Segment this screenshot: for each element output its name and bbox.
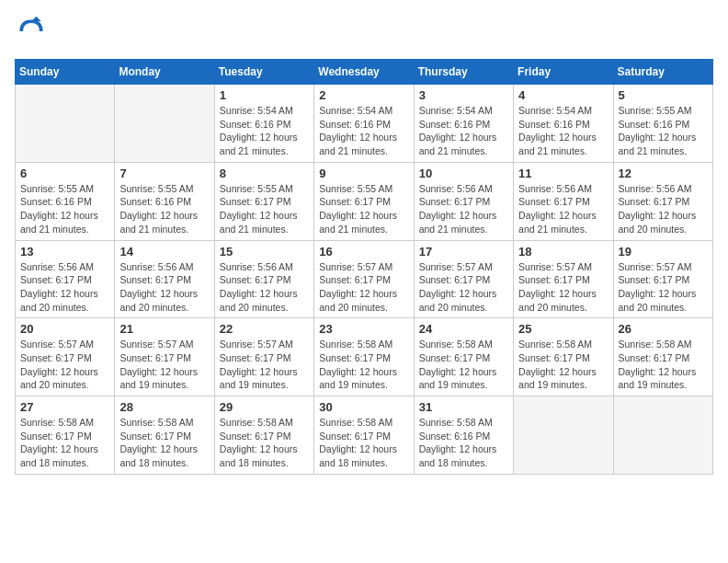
day-number: 27 [20, 400, 109, 414]
day-cell: 16Sunrise: 5:57 AM Sunset: 6:17 PM Dayli… [314, 240, 414, 318]
day-cell: 15Sunrise: 5:56 AM Sunset: 6:17 PM Dayli… [214, 240, 313, 318]
day-number: 5 [619, 88, 708, 102]
calendar-header-row: SundayMondayTuesdayWednesdayThursdayFrid… [16, 60, 713, 85]
header-friday: Friday [514, 60, 613, 85]
day-cell: 17Sunrise: 5:57 AM Sunset: 6:17 PM Dayli… [414, 240, 513, 318]
day-number: 23 [319, 322, 408, 336]
day-cell: 2Sunrise: 5:54 AM Sunset: 6:16 PM Daylig… [314, 85, 414, 163]
day-cell: 1Sunrise: 5:54 AM Sunset: 6:16 PM Daylig… [214, 85, 313, 163]
day-cell: 7Sunrise: 5:55 AM Sunset: 6:16 PM Daylig… [115, 162, 214, 240]
day-number: 26 [619, 322, 708, 336]
day-info: Sunrise: 5:58 AM Sunset: 6:17 PM Dayligh… [319, 416, 408, 470]
day-info: Sunrise: 5:56 AM Sunset: 6:17 PM Dayligh… [119, 260, 209, 315]
week-row-2: 6Sunrise: 5:55 AM Sunset: 6:16 PM Daylig… [16, 162, 713, 240]
day-number: 2 [319, 88, 408, 102]
day-cell: 19Sunrise: 5:57 AM Sunset: 6:17 PM Dayli… [613, 240, 712, 318]
day-number: 18 [518, 245, 608, 259]
day-number: 19 [619, 245, 708, 259]
day-number: 12 [619, 167, 708, 180]
day-cell: 22Sunrise: 5:57 AM Sunset: 6:17 PM Dayli… [214, 318, 313, 396]
day-info: Sunrise: 5:55 AM Sunset: 6:16 PM Dayligh… [20, 182, 109, 236]
day-info: Sunrise: 5:58 AM Sunset: 6:17 PM Dayligh… [119, 416, 209, 470]
day-info: Sunrise: 5:57 AM Sunset: 6:17 PM Dayligh… [619, 260, 708, 315]
day-cell [613, 396, 712, 475]
day-cell: 30Sunrise: 5:58 AM Sunset: 6:17 PM Dayli… [314, 396, 414, 475]
header-sunday: Sunday [16, 60, 115, 85]
day-number: 17 [419, 245, 508, 259]
day-number: 20 [20, 322, 109, 336]
day-info: Sunrise: 5:55 AM Sunset: 6:17 PM Dayligh… [220, 182, 309, 236]
day-info: Sunrise: 5:54 AM Sunset: 6:16 PM Dayligh… [319, 104, 408, 158]
day-info: Sunrise: 5:54 AM Sunset: 6:16 PM Dayligh… [220, 104, 309, 158]
day-info: Sunrise: 5:58 AM Sunset: 6:17 PM Dayligh… [220, 416, 309, 470]
day-cell: 3Sunrise: 5:54 AM Sunset: 6:16 PM Daylig… [414, 85, 513, 163]
day-info: Sunrise: 5:58 AM Sunset: 6:16 PM Dayligh… [419, 416, 508, 470]
day-number: 6 [20, 167, 109, 180]
day-number: 8 [220, 167, 309, 180]
day-cell: 26Sunrise: 5:58 AM Sunset: 6:17 PM Dayli… [613, 318, 712, 396]
header-wednesday: Wednesday [314, 60, 414, 85]
day-info: Sunrise: 5:56 AM Sunset: 6:17 PM Dayligh… [518, 182, 608, 236]
day-info: Sunrise: 5:58 AM Sunset: 6:17 PM Dayligh… [319, 338, 408, 392]
page-header [15, 15, 713, 48]
calendar: SundayMondayTuesdayWednesdayThursdayFrid… [15, 59, 713, 475]
day-cell: 23Sunrise: 5:58 AM Sunset: 6:17 PM Dayli… [314, 318, 414, 396]
day-info: Sunrise: 5:58 AM Sunset: 6:17 PM Dayligh… [619, 338, 708, 392]
week-row-4: 20Sunrise: 5:57 AM Sunset: 6:17 PM Dayli… [16, 318, 713, 396]
day-cell: 28Sunrise: 5:58 AM Sunset: 6:17 PM Dayli… [115, 396, 214, 475]
day-cell: 25Sunrise: 5:58 AM Sunset: 6:17 PM Dayli… [514, 318, 613, 396]
day-number: 4 [518, 88, 608, 102]
day-info: Sunrise: 5:57 AM Sunset: 6:17 PM Dayligh… [220, 338, 309, 392]
day-cell: 6Sunrise: 5:55 AM Sunset: 6:16 PM Daylig… [16, 162, 115, 240]
day-info: Sunrise: 5:55 AM Sunset: 6:16 PM Dayligh… [619, 104, 708, 158]
day-number: 22 [220, 322, 309, 336]
day-info: Sunrise: 5:57 AM Sunset: 6:17 PM Dayligh… [518, 260, 608, 315]
day-number: 15 [220, 245, 309, 259]
day-cell [115, 85, 214, 163]
day-cell: 24Sunrise: 5:58 AM Sunset: 6:17 PM Dayli… [414, 318, 513, 396]
day-info: Sunrise: 5:58 AM Sunset: 6:17 PM Dayligh… [20, 416, 109, 470]
day-info: Sunrise: 5:56 AM Sunset: 6:17 PM Dayligh… [419, 182, 508, 236]
day-cell [514, 396, 613, 475]
day-cell: 29Sunrise: 5:58 AM Sunset: 6:17 PM Dayli… [214, 396, 313, 475]
day-info: Sunrise: 5:57 AM Sunset: 6:17 PM Dayligh… [20, 338, 109, 392]
day-number: 16 [319, 245, 408, 259]
day-info: Sunrise: 5:57 AM Sunset: 6:17 PM Dayligh… [119, 338, 209, 392]
day-info: Sunrise: 5:55 AM Sunset: 6:17 PM Dayligh… [319, 182, 408, 236]
day-number: 24 [419, 322, 508, 336]
day-cell: 18Sunrise: 5:57 AM Sunset: 6:17 PM Dayli… [514, 240, 613, 318]
day-info: Sunrise: 5:57 AM Sunset: 6:17 PM Dayligh… [319, 260, 408, 315]
day-info: Sunrise: 5:58 AM Sunset: 6:17 PM Dayligh… [518, 338, 608, 392]
day-number: 11 [518, 167, 608, 180]
day-cell: 21Sunrise: 5:57 AM Sunset: 6:17 PM Dayli… [115, 318, 214, 396]
day-cell: 27Sunrise: 5:58 AM Sunset: 6:17 PM Dayli… [16, 396, 115, 475]
day-info: Sunrise: 5:56 AM Sunset: 6:17 PM Dayligh… [619, 182, 708, 236]
day-number: 28 [119, 400, 209, 414]
day-number: 9 [319, 167, 408, 180]
day-cell: 14Sunrise: 5:56 AM Sunset: 6:17 PM Dayli… [115, 240, 214, 318]
day-info: Sunrise: 5:57 AM Sunset: 6:17 PM Dayligh… [419, 260, 508, 315]
week-row-5: 27Sunrise: 5:58 AM Sunset: 6:17 PM Dayli… [16, 396, 713, 475]
day-cell: 31Sunrise: 5:58 AM Sunset: 6:16 PM Dayli… [414, 396, 513, 475]
day-number: 29 [220, 400, 309, 414]
logo-icon [15, 15, 48, 48]
day-info: Sunrise: 5:56 AM Sunset: 6:17 PM Dayligh… [220, 260, 309, 315]
day-cell [16, 85, 115, 163]
day-number: 7 [119, 167, 209, 180]
day-cell: 20Sunrise: 5:57 AM Sunset: 6:17 PM Dayli… [16, 318, 115, 396]
day-cell: 12Sunrise: 5:56 AM Sunset: 6:17 PM Dayli… [613, 162, 712, 240]
day-number: 1 [220, 88, 309, 102]
day-number: 25 [518, 322, 608, 336]
day-info: Sunrise: 5:58 AM Sunset: 6:17 PM Dayligh… [419, 338, 508, 392]
day-number: 3 [419, 88, 508, 102]
day-number: 21 [119, 322, 209, 336]
day-number: 13 [20, 245, 109, 259]
header-saturday: Saturday [613, 60, 712, 85]
header-thursday: Thursday [414, 60, 513, 85]
day-number: 14 [119, 245, 209, 259]
day-cell: 4Sunrise: 5:54 AM Sunset: 6:16 PM Daylig… [514, 85, 613, 163]
day-cell: 11Sunrise: 5:56 AM Sunset: 6:17 PM Dayli… [514, 162, 613, 240]
header-monday: Monday [115, 60, 214, 85]
day-cell: 10Sunrise: 5:56 AM Sunset: 6:17 PM Dayli… [414, 162, 513, 240]
day-cell: 13Sunrise: 5:56 AM Sunset: 6:17 PM Dayli… [16, 240, 115, 318]
